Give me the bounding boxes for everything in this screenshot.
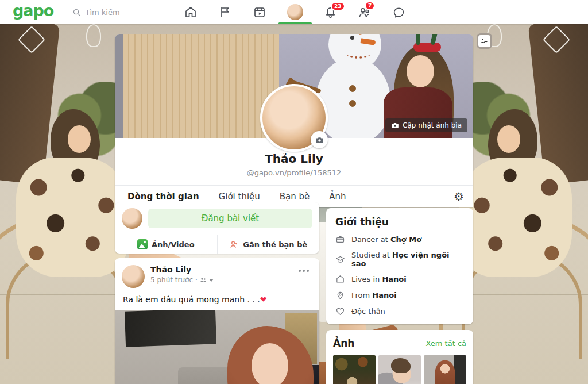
- gear-icon[interactable]: ⚙: [454, 191, 464, 202]
- composer-avatar: [122, 208, 142, 229]
- post-author-avatar[interactable]: [122, 265, 145, 288]
- post-timestamp: 5 phút trước: [150, 276, 193, 284]
- watch-video-icon[interactable]: [253, 5, 266, 19]
- tag-person-icon: [229, 240, 239, 249]
- friend-requests-icon[interactable]: 7: [358, 5, 372, 19]
- create-post-button[interactable]: Đăng bài viết: [148, 209, 312, 228]
- about-row-education: Studied at Học viện ngôi sao: [335, 251, 464, 268]
- about-row-from: From Hanoi: [335, 290, 464, 300]
- composer-card: Đăng bài viết Ảnh/Video Gắn thẻ bạn bè: [115, 202, 319, 254]
- nav-profile-tab[interactable]: [287, 0, 303, 24]
- search-input[interactable]: [85, 8, 165, 17]
- messenger-chat-icon[interactable]: [392, 6, 405, 19]
- active-tab-indicator: [278, 22, 312, 24]
- gapo-logo[interactable]: gapo: [0, 0, 64, 25]
- post-author-name[interactable]: Thảo Lily: [150, 265, 214, 274]
- graduation-cap-icon: [335, 255, 345, 264]
- photos-grid: [333, 355, 466, 384]
- location-pin-icon: [335, 290, 345, 300]
- photo-thumb[interactable]: [378, 355, 421, 384]
- about-row-lives: Lives in Hanoi: [335, 274, 464, 284]
- photos-card: Ảnh Xem tất cả: [326, 330, 473, 384]
- notifications-badge: 23: [331, 2, 345, 11]
- search-icon: [72, 8, 81, 17]
- camera-icon: [315, 136, 324, 144]
- home-small-icon: [335, 274, 345, 284]
- nav-avatar: [287, 4, 303, 20]
- post-photo[interactable]: [115, 310, 319, 384]
- top-nav: gapo 23 7: [0, 0, 588, 24]
- about-title: Giới thiệu: [335, 216, 464, 228]
- photo-icon: [137, 239, 148, 249]
- update-cover-button[interactable]: Cập nhật ảnh bìa: [385, 118, 467, 132]
- post-more-button[interactable]: [296, 267, 311, 274]
- photo-video-button[interactable]: Ảnh/Video: [115, 235, 217, 254]
- notifications-bell-icon[interactable]: 23: [324, 6, 337, 19]
- tag-friends-button[interactable]: Gắn thẻ bạn bè: [217, 235, 320, 254]
- briefcase-icon: [335, 235, 345, 244]
- about-row-relationship: Độc thân: [335, 306, 464, 316]
- friends-badge: 7: [365, 1, 375, 10]
- profile-avatar[interactable]: [260, 84, 328, 152]
- post: Thảo Lily 5 phút trước · Ra là em đâu qu…: [115, 258, 319, 384]
- photos-title: Ảnh: [333, 337, 354, 349]
- cover-doodle-button[interactable]: [477, 33, 492, 49]
- photo-thumb[interactable]: [333, 355, 376, 384]
- pages-flag-icon[interactable]: [218, 5, 232, 19]
- profile-card: Cập nhật ảnh bìa Thảo Lily @gapo.vn/prof…: [115, 34, 473, 207]
- audience-friends-icon: [200, 277, 207, 283]
- tab-photos[interactable]: Ảnh: [327, 186, 348, 207]
- camera-icon: [391, 121, 399, 129]
- squiggle-icon: [480, 37, 489, 45]
- update-avatar-button[interactable]: [311, 131, 328, 148]
- profile-name: Thảo Lily: [115, 152, 473, 166]
- chevron-down-icon[interactable]: [209, 279, 214, 282]
- heart-outline-icon: [335, 306, 345, 316]
- search-bar[interactable]: [64, 8, 165, 17]
- home-icon[interactable]: [184, 5, 198, 19]
- post-text: Ra là em đâu quá mong manh . . .❤: [115, 291, 319, 310]
- about-card: Giới thiệu Dancer at Chợ Mơ Studied at H…: [326, 208, 473, 324]
- post-meta: 5 phút trước ·: [150, 276, 214, 284]
- heart-emoji: ❤: [260, 295, 267, 304]
- photo-thumb[interactable]: [424, 355, 466, 384]
- about-row-work: Dancer at Chợ Mơ: [335, 235, 464, 244]
- profile-handle: @gapo.vn/profile/158512: [115, 168, 473, 186]
- see-all-photos-link[interactable]: Xem tất cả: [425, 339, 466, 348]
